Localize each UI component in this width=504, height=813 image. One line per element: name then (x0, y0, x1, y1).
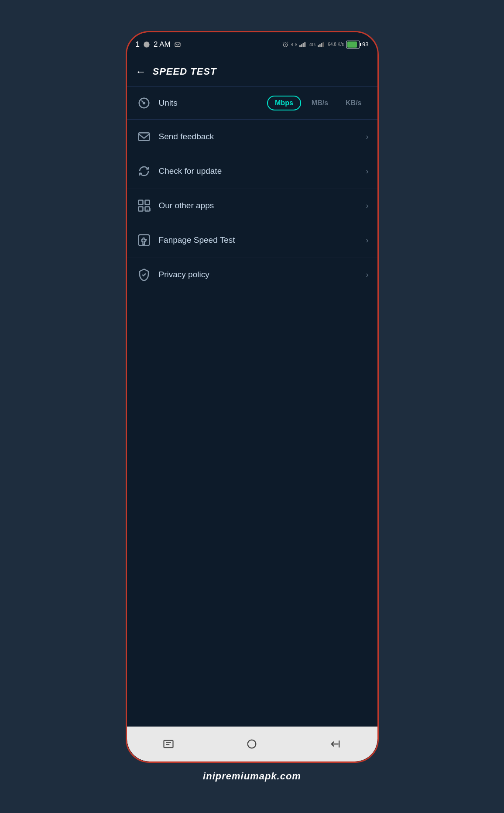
unit-mbs-button[interactable]: MB/s (305, 96, 335, 110)
nav-recent-button[interactable] (160, 735, 177, 753)
screen: 1 2 AM (127, 32, 377, 761)
fanpage-speed-test-item[interactable]: Fanpage Speed Test › (127, 223, 377, 258)
check-for-update-label: Check for update (159, 166, 360, 176)
our-other-apps-chevron: › (366, 201, 369, 210)
send-feedback-label: Send feedback (159, 132, 360, 141)
data-type: 4G (309, 42, 316, 47)
power-button (126, 172, 127, 216)
data-speed: 64.8 K/s (328, 42, 344, 47)
svg-rect-10 (321, 43, 322, 47)
nav-back-button[interactable] (327, 735, 344, 753)
svg-rect-7 (304, 42, 305, 47)
facebook-icon (137, 234, 151, 247)
send-feedback-chevron: › (366, 132, 369, 141)
back-button[interactable]: ← (136, 65, 146, 78)
status-left: 1 2 AM (136, 40, 181, 49)
svg-rect-11 (323, 42, 324, 47)
send-feedback-item[interactable]: Send feedback › (127, 120, 377, 154)
svg-rect-9 (319, 44, 321, 47)
refresh-icon (137, 165, 151, 178)
nav-home-button[interactable] (243, 735, 261, 753)
battery-fill (347, 41, 357, 48)
carrier-number: 1 (136, 40, 140, 49)
check-for-update-item[interactable]: Check for update › (127, 154, 377, 189)
svg-rect-6 (302, 43, 304, 47)
status-bar: 1 2 AM (127, 32, 377, 56)
battery-percent: 93 (362, 41, 368, 48)
send-feedback-icon (136, 128, 152, 145)
page-title: SPEED TEST (153, 66, 217, 77)
svg-point-13 (143, 102, 145, 104)
fanpage-chevron: › (366, 236, 369, 245)
privacy-policy-icon (136, 266, 152, 283)
svg-rect-14 (138, 133, 149, 141)
svg-text:Ad: Ad (146, 208, 151, 212)
svg-rect-15 (138, 200, 143, 205)
phone-shell: 1 2 AM (126, 31, 379, 763)
shield-icon (137, 268, 151, 281)
alarm-icon (282, 41, 289, 48)
privacy-policy-chevron: › (366, 270, 369, 279)
envelope-icon (137, 130, 151, 143)
svg-point-22 (248, 740, 256, 748)
units-icon (136, 95, 152, 111)
status-right: 4G 64.8 K/s 93 (282, 41, 369, 48)
check-for-update-icon (136, 163, 152, 179)
gmail-icon (174, 41, 181, 48)
home-icon (246, 738, 258, 750)
signal-icon-2 (318, 41, 326, 48)
our-other-apps-icon: Ad (136, 197, 152, 214)
apps-icon: Ad (137, 199, 151, 212)
svg-rect-16 (145, 200, 149, 205)
svg-rect-8 (318, 45, 319, 47)
our-other-apps-item[interactable]: Ad Our other apps › (127, 189, 377, 223)
svg-rect-3 (292, 43, 296, 46)
unit-mbps-button[interactable]: Mbps (267, 96, 301, 110)
svg-rect-17 (138, 207, 143, 211)
outer-background: 1 2 AM (0, 0, 504, 813)
battery-tip (360, 43, 361, 46)
notification-icon (143, 41, 150, 48)
volume-down-button (377, 194, 379, 229)
units-row: Units Mbps MB/s KB/s (127, 87, 377, 120)
fanpage-icon (136, 232, 152, 248)
svg-point-0 (144, 41, 149, 47)
nav-bar (127, 727, 377, 761)
privacy-policy-item[interactable]: Privacy policy › (127, 258, 377, 292)
status-time: 2 AM (154, 40, 171, 49)
our-other-apps-label: Our other apps (159, 201, 360, 210)
svg-rect-5 (301, 44, 302, 47)
svg-rect-4 (299, 45, 301, 47)
fanpage-speed-test-label: Fanpage Speed Test (159, 235, 360, 245)
volume-up-button (377, 155, 379, 181)
privacy-policy-label: Privacy policy (159, 270, 360, 279)
units-label: Units (159, 98, 261, 108)
content-area: Units Mbps MB/s KB/s (127, 87, 377, 727)
watermark: inipremiumapk.com (203, 771, 301, 782)
unit-kbs-button[interactable]: KB/s (339, 96, 368, 110)
phone-wrapper: 1 2 AM (126, 31, 379, 782)
battery-indicator (346, 41, 360, 48)
units-selector: Mbps MB/s KB/s (267, 96, 368, 110)
svg-rect-1 (175, 43, 180, 47)
vibrate-icon (291, 41, 297, 48)
check-for-update-chevron: › (366, 167, 369, 176)
back-nav-icon (329, 738, 342, 750)
speedometer-icon (137, 96, 151, 110)
app-header: ← SPEED TEST (127, 56, 377, 87)
signal-icon (299, 41, 307, 48)
recent-icon (162, 738, 175, 750)
